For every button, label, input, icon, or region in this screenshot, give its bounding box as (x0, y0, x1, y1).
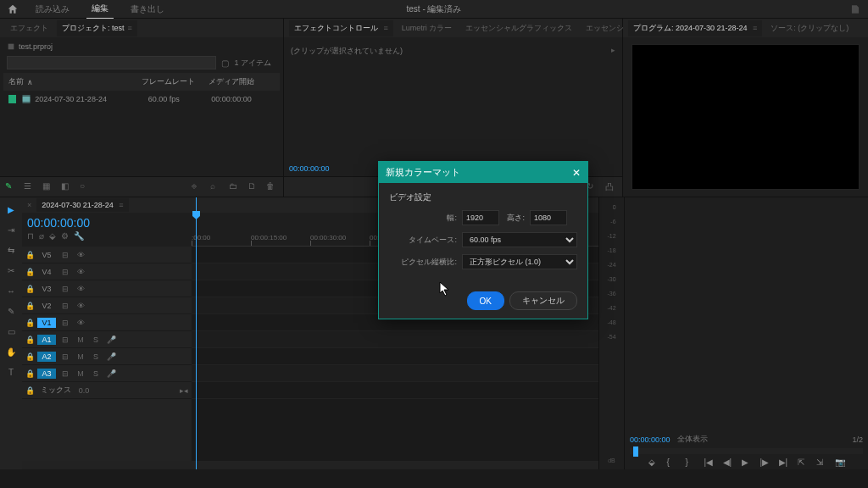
cancel-button[interactable]: キャンセル (509, 291, 577, 310)
svg-rect-1 (23, 96, 31, 97)
track-header-v5[interactable]: 🔒V5⊟👁 (22, 247, 192, 263)
col-start[interactable]: メディア開始 (209, 76, 275, 87)
ripple-tool-icon[interactable]: ⇆ (4, 243, 18, 257)
newitem-icon[interactable]: 🗋 (248, 181, 259, 193)
tab-program[interactable]: プログラム: 2024-07-30 21-28-24 ≡ (628, 20, 762, 36)
track-select-tool-icon[interactable]: ⇥ (4, 223, 18, 236)
tab-lumetri[interactable]: Lumetri カラー (397, 20, 458, 36)
marker-icon[interactable]: ⬙ (49, 231, 56, 241)
workspace-tab-import[interactable]: 読み込み (31, 0, 75, 19)
track-header-v3[interactable]: 🔒V3⊟👁 (22, 280, 192, 297)
program-video-view[interactable] (632, 44, 860, 190)
effect-tool-2[interactable]: ↻ (587, 181, 598, 193)
workspace-tab-edit[interactable]: 編集 (86, 0, 114, 19)
track-header-mix[interactable]: 🔒ミックス0.0▸◂ (22, 382, 192, 399)
zoom-slider[interactable]: ○ (80, 181, 92, 193)
type-tool-icon[interactable]: T (4, 365, 18, 379)
mic-icon[interactable]: 🎤 (105, 336, 117, 344)
sequence-tab[interactable]: 2024-07-30 21-28-24 ≡ (36, 198, 128, 212)
new-item-icon[interactable]: ✎ (5, 181, 17, 193)
marker-add-icon[interactable]: ⬙ (648, 458, 659, 468)
export-frame-icon[interactable]: 📷 (835, 458, 845, 468)
track-header-a2[interactable]: 🔒A2⊟MS🎤 (22, 348, 192, 365)
find-icon[interactable]: ⌕ (210, 181, 222, 193)
track-header-v4[interactable]: 🔒V4⊟👁 (22, 263, 192, 280)
ok-button[interactable]: OK (467, 291, 504, 310)
in-point-icon[interactable]: { (667, 458, 677, 468)
playhead[interactable] (196, 197, 197, 469)
project-item-row[interactable]: 2024-07-30 21-28-24 60.00 fps 00:00:00:0… (3, 91, 280, 108)
project-panel: エフェクト プロジェクト: test≡ test.prproj ▢ 1 アイテム… (0, 19, 284, 197)
freeform-icon[interactable]: ◧ (61, 181, 73, 193)
snap-icon[interactable]: ⊓ (27, 231, 34, 241)
sequence-icon (21, 94, 31, 104)
new-color-matte-dialog: 新規カラーマット ✕ ビデオ設定 幅: 高さ: タイムベース: 60.00 fp… (378, 161, 588, 319)
video-settings-label: ビデオ設定 (389, 191, 577, 203)
prev-frame-icon[interactable]: |◀ (704, 458, 715, 468)
audio-meters: 0-6-12-18-24-30-36-42-48-54 dB (598, 197, 624, 469)
col-name[interactable]: 名前 ∧ (8, 76, 142, 87)
item-count: 1 アイテム (234, 58, 271, 69)
timeline-scrollbar[interactable] (22, 461, 598, 469)
home-icon[interactable] (7, 3, 19, 15)
list-view-icon[interactable]: ☰ (24, 181, 36, 193)
tab-source[interactable]: ソース: (クリップなし) (765, 20, 854, 36)
track-header-a3[interactable]: 🔒A3⊟MS🎤 (22, 365, 192, 382)
track-header-v2[interactable]: 🔒V2⊟👁 (22, 297, 192, 314)
timeline-timecode[interactable]: 00:00:00:00 (27, 216, 186, 230)
window-title: test - 編集済み (406, 3, 461, 15)
width-input[interactable] (462, 210, 499, 225)
track-header-v1[interactable]: 🔒V1⊟👁 (22, 314, 192, 331)
program-scrubber[interactable] (630, 448, 863, 454)
rect-tool-icon[interactable]: ▭ (4, 324, 18, 338)
workspace-tab-export[interactable]: 書き出し (125, 0, 170, 19)
svg-rect-2 (23, 103, 31, 103)
hand-tool-icon[interactable]: ✋ (4, 345, 18, 358)
effect-tool-3[interactable]: 凸 (605, 181, 617, 193)
tab-effect-controls[interactable]: エフェクトコントロール ≡ (289, 20, 393, 36)
col-fps[interactable]: フレームレート (142, 76, 209, 87)
wrench-icon[interactable]: 🔧 (74, 231, 84, 241)
selection-tool-icon[interactable]: ▶ (4, 202, 18, 216)
step-fwd-icon[interactable]: |▶ (760, 458, 771, 468)
top-menubar: 読み込み 編集 書き出し test - 編集済み (0, 0, 868, 19)
height-input[interactable] (530, 210, 567, 225)
new-bin-icon[interactable]: 🗀 (229, 181, 241, 193)
tab-effects[interactable]: エフェクト (5, 20, 53, 36)
step-back-icon[interactable]: ◀| (723, 458, 733, 468)
resolution-dropdown[interactable]: 1/2 (852, 435, 863, 444)
play-icon[interactable]: ▶ (742, 458, 752, 468)
link-icon[interactable]: ⌀ (39, 231, 44, 241)
icon-view-icon[interactable]: ▦ (42, 181, 54, 193)
out-point-icon[interactable]: } (686, 458, 696, 468)
bin-icon[interactable]: ▢ (221, 58, 229, 68)
tab-project[interactable]: プロジェクト: test≡ (57, 20, 137, 36)
close-icon[interactable]: ✕ (572, 167, 581, 179)
automate-icon[interactable]: ⎆ (192, 181, 203, 193)
slip-tool-icon[interactable]: ↔ (4, 284, 18, 297)
lock-icon[interactable]: 🔒 (25, 251, 34, 259)
next-frame-icon[interactable]: ▶| (779, 458, 789, 468)
timebase-select[interactable]: 60.00 fps (462, 232, 577, 247)
label-swatch (8, 95, 16, 103)
expand-icon[interactable]: ▸◂ (180, 386, 188, 395)
effect-timecode[interactable]: 00:00:00:00 (289, 164, 330, 173)
tab-essential-graphics[interactable]: エッセンシャルグラフィックス (460, 20, 577, 36)
program-timecode[interactable]: 00:00:00:00 (630, 435, 670, 444)
project-toolbar: ✎ ☰ ▦ ◧ ○ ⎆ ⌕ 🗀 🗋 🗑 (0, 176, 283, 197)
tab-essential-sound[interactable]: エッセンシ (581, 20, 629, 36)
fit-dropdown[interactable]: 全体表示 (677, 434, 708, 445)
pixel-aspect-select[interactable]: 正方形ピクセル (1.0) (462, 254, 577, 269)
svg-rect-0 (23, 97, 31, 102)
pen-tool-icon[interactable]: ✎ (4, 304, 18, 318)
extract-icon[interactable]: ⇲ (816, 458, 826, 468)
timeline-tools: ▶ ⇥ ⇆ ✂ ↔ ✎ ▭ ✋ T (0, 197, 22, 469)
timeline-close-icon[interactable]: × (27, 201, 31, 209)
quickexport-icon[interactable] (849, 3, 861, 15)
razor-tool-icon[interactable]: ✂ (4, 263, 18, 277)
trash-icon[interactable]: 🗑 (266, 181, 278, 193)
lift-icon[interactable]: ⇱ (798, 458, 808, 468)
settings-icon[interactable]: ⚙ (61, 231, 69, 241)
track-header-a1[interactable]: 🔒A1⊟MS🎤 (22, 331, 192, 348)
project-search-input[interactable] (7, 56, 216, 69)
